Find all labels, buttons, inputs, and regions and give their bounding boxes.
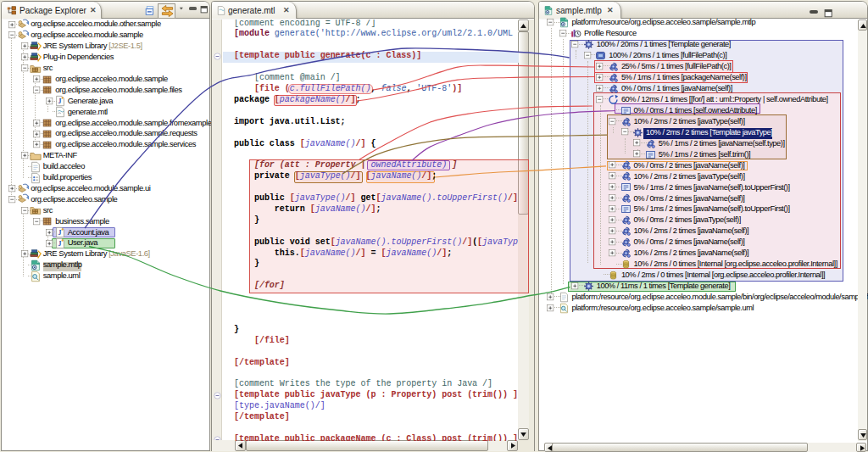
- svg-text:J: J: [58, 229, 61, 237]
- svg-text:J: J: [58, 240, 61, 248]
- svg-text:J: J: [58, 98, 61, 105]
